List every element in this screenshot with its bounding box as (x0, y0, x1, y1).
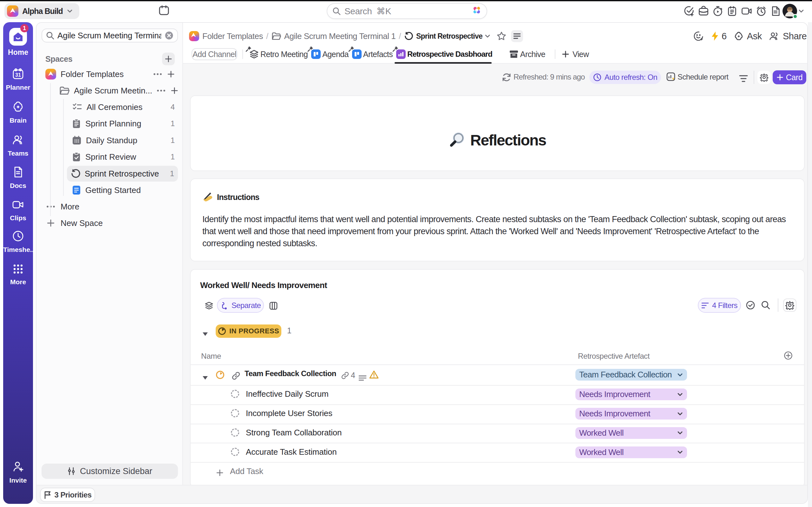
svg-text:31: 31 (15, 72, 21, 78)
